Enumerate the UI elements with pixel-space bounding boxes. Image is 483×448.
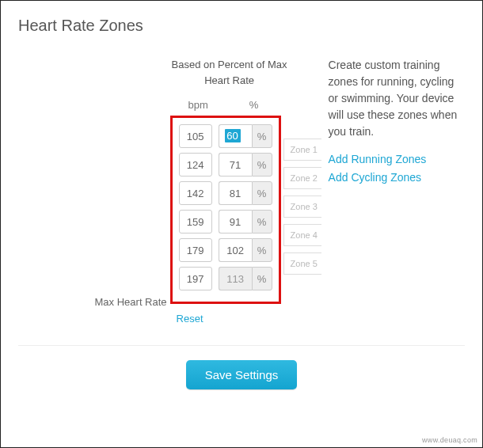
max-hr-percent-input [219, 267, 252, 290]
percent-input[interactable] [219, 153, 252, 177]
zone-label: Zone 2 [283, 167, 321, 189]
zone-row: % [179, 210, 272, 233]
percent-symbol: % [252, 181, 272, 205]
watermark: www.deuaq.com [422, 436, 477, 444]
zone-row: % [179, 181, 272, 205]
bpm-input[interactable] [179, 238, 212, 262]
add-running-zones-link[interactable]: Add Running Zones [329, 151, 465, 168]
header-bpm: bpm [177, 99, 220, 111]
bpm-input[interactable] [179, 181, 212, 205]
zone-label: Zone 1 [283, 139, 321, 161]
max-hr-row: % [179, 267, 272, 290]
percent-input[interactable] [219, 181, 252, 205]
percent-symbol: % [252, 124, 272, 148]
zone-label: Zone 5 [283, 252, 321, 275]
save-settings-button[interactable]: Save Settings [186, 360, 298, 389]
percent-symbol: % [252, 267, 272, 290]
max-heart-rate-label: Max Heart Rate [95, 296, 167, 308]
selection-highlight: 60 [225, 129, 241, 142]
percent-symbol: % [252, 238, 272, 262]
zone-row: % [179, 238, 272, 262]
percent-input[interactable] [219, 210, 252, 233]
zone-label: Zone 3 [283, 196, 321, 218]
header-percent: % [234, 99, 274, 111]
zone-row: % [179, 153, 272, 177]
reset-link[interactable]: Reset [177, 313, 203, 325]
percent-symbol: % [252, 210, 272, 233]
basis-label: Based on Percent of Max Heart Rate [170, 57, 289, 88]
divider [18, 345, 465, 346]
zones-highlight-box: 60 % % [170, 116, 281, 304]
description-text: Create custom training zones for running… [329, 57, 465, 140]
page-title: Heart Rate Zones [18, 17, 465, 35]
bpm-input[interactable] [179, 124, 212, 148]
add-cycling-zones-link[interactable]: Add Cycling Zones [329, 169, 465, 186]
bpm-input[interactable] [179, 153, 212, 177]
percent-symbol: % [252, 153, 272, 177]
zone-row: 60 % [179, 124, 272, 148]
percent-input[interactable] [219, 238, 252, 262]
zone-label: Zone 4 [283, 224, 321, 246]
max-hr-bpm-input[interactable] [179, 267, 212, 290]
bpm-input[interactable] [179, 210, 212, 233]
